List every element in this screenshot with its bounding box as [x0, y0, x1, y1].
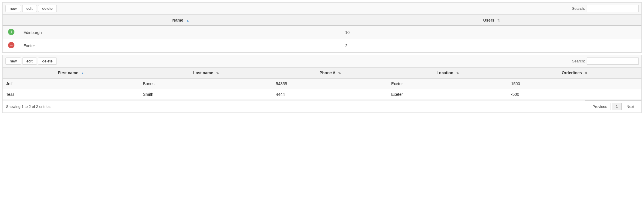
users-col-lastname[interactable]: Last name ⇅: [140, 68, 272, 79]
user-firstname-cell: Tess: [3, 89, 140, 100]
pagination-info: Showing 1 to 2 of 2 entries: [3, 102, 54, 111]
locations-table: Name ▲ Users ⇅ Edinburgh 10: [3, 15, 641, 52]
users-table-body: Jeff Bones 54355 Exeter 1500 Tess Smith …: [3, 78, 641, 100]
user-phone-cell: 4444: [272, 89, 388, 100]
location-name-cell: Exeter: [20, 39, 342, 52]
location-users-cell: 2: [342, 39, 641, 52]
orderlines-sort-icon: ⇅: [585, 71, 587, 75]
location-name-cell: Edinburgh: [20, 26, 342, 39]
users-search-area: Search:: [572, 58, 639, 65]
table-row: Tess Smith 4444 Exeter -500: [3, 89, 641, 100]
users-col-phone[interactable]: Phone # ⇅: [272, 68, 388, 79]
table-row: Edinburgh 10: [3, 26, 641, 39]
previous-button[interactable]: Previous: [589, 103, 611, 110]
user-location-cell: Exeter: [388, 89, 508, 100]
pagination-footer: Showing 1 to 2 of 2 entries Previous 1 N…: [3, 100, 641, 112]
row-icon-cell: [3, 26, 20, 39]
locations-delete-button[interactable]: delete: [38, 5, 57, 12]
location-sort-icon: ⇅: [456, 71, 459, 75]
phone-sort-icon: ⇅: [338, 71, 341, 75]
locations-table-header: Name ▲ Users ⇅: [3, 15, 641, 26]
locations-col-icon: [3, 15, 20, 26]
users-section: new edit delete Search: First name ▲ Las…: [2, 55, 642, 113]
users-col-orderlines[interactable]: Orderlines ⇅: [508, 68, 641, 79]
users-toolbar: new edit delete Search:: [3, 55, 641, 67]
firstname-sort-icon: ▲: [81, 71, 84, 75]
locations-section: new edit delete Search: Name ▲ Users ⇅: [2, 2, 642, 53]
next-button[interactable]: Next: [623, 103, 638, 110]
locations-toolbar: new edit delete Search:: [3, 3, 641, 15]
name-sort-icon: ▲: [186, 19, 189, 22]
table-row: Exeter 2: [3, 39, 641, 52]
user-orderlines-cell: -500: [508, 89, 641, 100]
locations-search-area: Search:: [572, 5, 639, 12]
page-1-button[interactable]: 1: [612, 103, 622, 110]
user-firstname-cell: Jeff: [3, 78, 140, 89]
users-sort-icon: ⇅: [497, 19, 500, 22]
user-lastname-cell: Bones: [140, 78, 272, 89]
lastname-sort-icon: ⇅: [216, 71, 219, 75]
users-search-label: Search:: [572, 59, 585, 63]
users-table-header: First name ▲ Last name ⇅ Phone # ⇅ Locat…: [3, 68, 641, 79]
table-row: Jeff Bones 54355 Exeter 1500: [3, 78, 641, 89]
users-search-input[interactable]: [587, 58, 639, 65]
users-delete-button[interactable]: delete: [38, 58, 57, 65]
users-table: First name ▲ Last name ⇅ Phone # ⇅ Locat…: [3, 67, 641, 100]
users-new-button[interactable]: new: [5, 58, 21, 65]
user-lastname-cell: Smith: [140, 89, 272, 100]
user-location-cell: Exeter: [388, 78, 508, 89]
user-orderlines-cell: 1500: [508, 78, 641, 89]
users-col-firstname[interactable]: First name ▲: [3, 68, 140, 79]
locations-table-body: Edinburgh 10 Exeter 2: [3, 26, 641, 52]
pagination-controls: Previous 1 Next: [585, 100, 641, 112]
location-users-cell: 10: [342, 26, 641, 39]
row-icon-cell: [3, 39, 20, 52]
user-phone-cell: 54355: [272, 78, 388, 89]
locations-new-button[interactable]: new: [5, 5, 21, 12]
locations-search-label: Search:: [572, 6, 585, 11]
add-icon[interactable]: [8, 29, 14, 35]
locations-col-name[interactable]: Name ▲: [20, 15, 342, 26]
remove-icon[interactable]: [8, 42, 14, 48]
locations-col-users[interactable]: Users ⇅: [342, 15, 641, 26]
locations-edit-button[interactable]: edit: [22, 5, 37, 12]
users-edit-button[interactable]: edit: [22, 58, 37, 65]
users-col-location[interactable]: Location ⇅: [388, 68, 508, 79]
locations-search-input[interactable]: [587, 5, 639, 12]
